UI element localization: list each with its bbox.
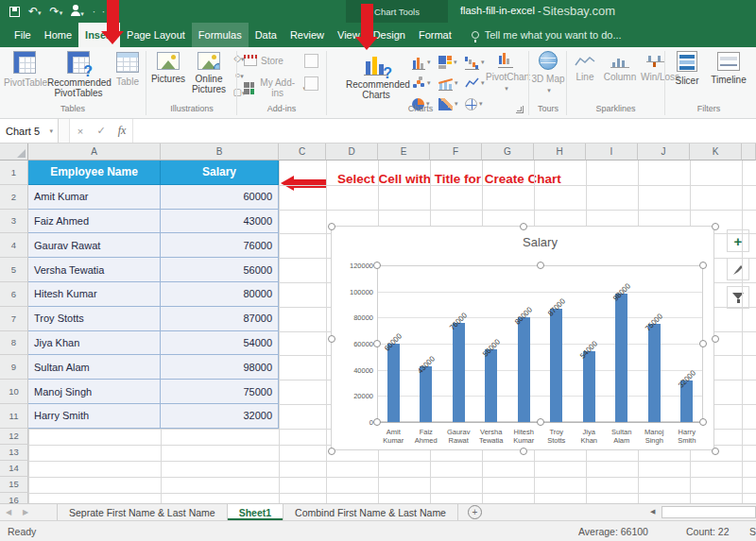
insert-combo-chart-button[interactable]: ▾ — [438, 74, 463, 93]
new-sheet-button[interactable]: + — [468, 505, 482, 519]
cell-employee-name[interactable]: Amit Kumar — [28, 185, 161, 210]
tab-format[interactable]: Format — [412, 23, 458, 47]
selection-handle[interactable] — [373, 340, 381, 347]
formula-input[interactable] — [132, 119, 756, 143]
pictures-button[interactable]: Pictures — [149, 52, 187, 84]
column-header-i[interactable]: I — [586, 144, 638, 161]
chart-canvas[interactable]: Salary0200004000060000800001000001200006… — [331, 226, 714, 450]
cell-salary[interactable]: 54000 — [161, 331, 279, 356]
sparkline-column-button[interactable]: Column — [602, 55, 638, 82]
cell-employee-name[interactable]: Faiz Ahmed — [28, 210, 161, 234]
column-header-k[interactable]: K — [690, 144, 742, 161]
column-header-b[interactable]: B — [161, 144, 279, 161]
column-header-e[interactable]: E — [378, 144, 430, 161]
chart-bar[interactable] — [583, 351, 595, 422]
pivotchart-button[interactable]: PivotChart — [486, 51, 525, 93]
cancel-button[interactable]: × — [70, 119, 91, 143]
selection-handle[interactable] — [712, 223, 719, 230]
row-header-14[interactable]: 14 — [0, 461, 28, 477]
touch-mode-button[interactable]: ▾ — [71, 5, 84, 18]
my-addins-button[interactable]: My Add-ins — [244, 77, 306, 98]
selection-handle[interactable] — [699, 340, 707, 347]
hscroll-left-icon[interactable]: ◀ — [650, 508, 655, 516]
selection-handle[interactable] — [537, 418, 544, 426]
timeline-button[interactable]: Timeline — [709, 52, 748, 85]
addin-thumbnail[interactable] — [304, 76, 318, 91]
recommended-charts-button[interactable]: ? Recommended Charts — [346, 51, 406, 100]
row-header-11[interactable]: 11 — [0, 404, 28, 429]
chart-bar[interactable] — [518, 317, 530, 422]
chart-bar[interactable] — [485, 349, 497, 422]
undo-button[interactable]: ↶▾ — [28, 4, 42, 19]
column-header-c[interactable]: C — [279, 144, 326, 161]
row-header-5[interactable]: 5 — [0, 258, 28, 282]
row-header-4[interactable]: 4 — [0, 233, 28, 258]
cell-employee-name[interactable]: Sultan Alam — [28, 355, 161, 380]
selection-handle[interactable] — [520, 448, 527, 455]
store-button[interactable]: Store — [244, 55, 293, 66]
tab-review[interactable]: Review — [284, 23, 331, 47]
horizontal-scrollbar-thumb[interactable] — [662, 506, 756, 518]
selection-handle[interactable] — [699, 418, 707, 426]
row-header-3[interactable]: 3 — [0, 210, 28, 234]
charts-dialog-launcher-icon[interactable] — [516, 106, 524, 113]
insert-scatter-chart-button[interactable]: ▾ — [412, 74, 437, 93]
cell-employee-name[interactable]: Harry Smith — [28, 404, 161, 429]
row-header-13[interactable]: 13 — [0, 445, 28, 461]
row-header-15[interactable]: 15 — [0, 477, 28, 493]
row-header-12[interactable]: 12 — [0, 429, 28, 445]
row-header-8[interactable]: 8 — [0, 331, 28, 356]
row-header-9[interactable]: 9 — [0, 355, 28, 380]
chart-filters-button[interactable] — [727, 286, 749, 309]
column-header-partial[interactable] — [742, 144, 756, 161]
table-header-employee-name[interactable]: Employee Name — [28, 161, 161, 185]
recommended-pivottables-button[interactable]: ? Recommended PivotTables — [47, 51, 110, 98]
cell-salary[interactable]: 60000 — [161, 185, 279, 210]
cell-salary[interactable]: 87000 — [161, 307, 279, 331]
insert-hierarchy-chart-button[interactable]: ▾ — [438, 53, 463, 72]
addin-thumbnail[interactable] — [304, 54, 318, 68]
selection-handle[interactable] — [373, 262, 381, 269]
column-header-f[interactable]: F — [430, 144, 482, 161]
selection-handle[interactable] — [328, 335, 335, 343]
online-pictures-button[interactable]: Online Pictures — [189, 52, 229, 94]
row-header-6[interactable]: 6 — [0, 282, 28, 307]
select-all-corner[interactable] — [0, 144, 28, 161]
save-icon[interactable] — [9, 7, 20, 17]
insert-function-button[interactable]: fx — [112, 119, 132, 143]
cell-salary[interactable]: 98000 — [161, 355, 279, 380]
selection-handle[interactable] — [699, 262, 707, 269]
sheet-nav-left-icon[interactable]: ◀ — [0, 504, 17, 520]
selection-handle[interactable] — [537, 262, 544, 269]
tab-formulas[interactable]: Formulas — [192, 23, 249, 47]
column-header-a[interactable]: A — [28, 144, 161, 161]
tab-data[interactable]: Data — [249, 23, 284, 47]
cell-employee-name[interactable]: Versha Tewatia — [28, 258, 161, 282]
row-header-7[interactable]: 7 — [0, 307, 28, 331]
row-header-1[interactable]: 1 — [0, 161, 28, 185]
cell-employee-name[interactable]: Manoj Singh — [28, 380, 161, 404]
customize-qat-icon[interactable]: · · — [93, 7, 107, 17]
3d-map-button[interactable]: 3D Map — [531, 51, 565, 95]
chart-styles-button[interactable] — [727, 258, 749, 280]
column-header-g[interactable]: G — [482, 144, 534, 161]
table-button[interactable]: Table — [112, 52, 144, 87]
tab-page-layout[interactable]: Page Layout — [120, 23, 192, 47]
selection-handle[interactable] — [328, 223, 335, 230]
chart-bar[interactable] — [648, 324, 661, 422]
sheet-nav-right-icon[interactable]: ▶ — [17, 504, 34, 520]
selection-handle[interactable] — [328, 448, 335, 455]
pivottable-button[interactable]: PivotTable — [4, 51, 45, 88]
sparkline-winloss-button[interactable]: Win/Loss — [641, 55, 671, 82]
column-header-h[interactable]: H — [534, 144, 586, 161]
chart-bar[interactable] — [387, 344, 400, 422]
cell-salary[interactable]: 80000 — [161, 282, 279, 307]
row-header-2[interactable]: 2 — [0, 185, 28, 210]
chart-bar[interactable] — [615, 294, 627, 422]
cell-salary[interactable]: 76000 — [161, 233, 279, 258]
selection-handle[interactable] — [712, 335, 719, 343]
cell-salary[interactable]: 56000 — [161, 258, 279, 282]
row-header-10[interactable]: 10 — [0, 380, 28, 404]
sheet-tab-combind-first-name-last-name[interactable]: Combind First Name & Last Name — [284, 504, 458, 520]
selection-handle[interactable] — [520, 223, 527, 230]
